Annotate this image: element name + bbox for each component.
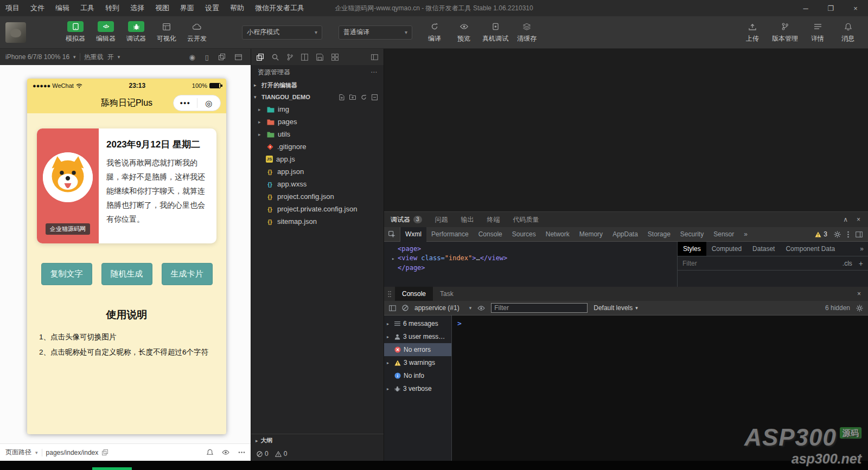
extensions-icon[interactable] <box>331 54 339 61</box>
more-dots-icon[interactable]: ●●● <box>174 100 197 106</box>
source-control-icon[interactable] <box>287 54 293 61</box>
notify-icon[interactable] <box>207 449 213 456</box>
cloud-dev-button[interactable]: 云开发 <box>183 21 210 43</box>
tabs-overflow-icon[interactable]: » <box>860 245 868 253</box>
errors-count[interactable]: 0 <box>257 450 269 458</box>
tree-item-app-js[interactable]: JS app.js <box>251 153 384 165</box>
menu-devtools[interactable]: 微信开发者工具 <box>250 0 310 16</box>
close-panel-icon[interactable]: × <box>857 216 860 223</box>
tab-dataset[interactable]: Dataset <box>747 242 780 256</box>
sidebar-item-user-messages[interactable]: ▸ 3 user mess… <box>384 330 451 343</box>
console-settings-icon[interactable] <box>856 305 863 312</box>
tree-item-project-private-config[interactable]: {} project.private.config.json <box>251 203 384 215</box>
device-select[interactable]: iPhone 6/7/8 100% 16 <box>5 53 69 61</box>
project-root-section[interactable]: ▾ TIANGOU_DEMO <box>251 91 384 103</box>
compile-button[interactable]: 编译 <box>421 21 448 43</box>
sidebar-item-warnings[interactable]: ▸ 3 warnings <box>384 356 451 369</box>
sidebar-item-info[interactable]: No info <box>384 369 451 382</box>
close-icon[interactable]: × <box>843 0 868 16</box>
tab-output[interactable]: 输出 <box>455 212 481 227</box>
drag-handle-icon[interactable] <box>384 291 395 298</box>
devtools-tab-sources[interactable]: Sources <box>507 227 541 242</box>
menu-interface[interactable]: 界面 <box>175 0 200 16</box>
menu-edit[interactable]: 编辑 <box>50 0 75 16</box>
menu-settings[interactable]: 设置 <box>200 0 225 16</box>
expander-icon[interactable]: ▸ <box>392 254 398 263</box>
tab-console[interactable]: Console <box>395 287 433 301</box>
editor-layout-icon[interactable] <box>301 54 308 61</box>
styles-filter-input[interactable]: Filter <box>682 260 697 267</box>
refresh-icon[interactable] <box>361 94 367 100</box>
visualizer-toggle-button[interactable]: 可视化 <box>153 21 180 43</box>
editor-empty-area[interactable] <box>384 49 868 211</box>
more-icon[interactable]: ⋯ <box>371 68 377 76</box>
tab-problems[interactable]: 问题 <box>429 212 455 227</box>
console-output[interactable]: > <box>452 316 868 461</box>
log-levels-select[interactable]: Default levels ▾ <box>593 304 638 312</box>
clear-console-icon[interactable] <box>402 305 409 311</box>
sidebar-item-messages[interactable]: ▸ 6 messages <box>384 317 451 330</box>
menu-project[interactable]: 项目 <box>0 0 25 16</box>
devtools-tab-appdata[interactable]: AppData <box>608 227 643 242</box>
maximize-icon[interactable]: ❐ <box>818 0 843 16</box>
devtools-settings-icon[interactable] <box>834 231 841 238</box>
kebab-menu-icon[interactable] <box>847 231 849 238</box>
dom-tree[interactable]: <page> ▸<view class="index">…</view> </p… <box>384 242 677 287</box>
sidebar-toggle-icon[interactable] <box>389 305 396 311</box>
dom-node-view[interactable]: ▸<view class="index">…</view> <box>392 254 677 263</box>
tab-debugger[interactable]: 调试器 3 <box>384 212 429 227</box>
user-avatar[interactable] <box>5 22 26 43</box>
debugger-toggle-button[interactable]: 调试器 <box>123 21 150 43</box>
context-select[interactable]: appservice (#1) ▾ <box>414 304 471 312</box>
dog-avatar[interactable] <box>43 152 93 202</box>
record-icon[interactable]: ◉ <box>189 53 195 61</box>
menu-file[interactable]: 文件 <box>25 0 50 16</box>
mode-select[interactable]: 小程序模式 ▾ <box>242 25 322 40</box>
devtools-tab-security[interactable]: Security <box>675 227 709 242</box>
console-filter-input[interactable] <box>491 303 588 313</box>
toggle-class-button[interactable]: .cls <box>843 260 852 267</box>
devtools-tab-console[interactable]: Console <box>474 227 507 242</box>
tree-item-app-wxss[interactable]: {} app.wxss <box>251 178 384 190</box>
devtools-tab-performance[interactable]: Performance <box>426 227 474 242</box>
close-console-icon[interactable]: × <box>857 290 868 298</box>
sidebar-item-verbose[interactable]: ▸ 3 verbose <box>384 382 451 395</box>
device-frame-icon[interactable]: ▯ <box>205 53 209 61</box>
copy-icon[interactable] <box>102 449 108 455</box>
devtools-tab-storage[interactable]: Storage <box>643 227 675 242</box>
tab-task[interactable]: Task <box>433 287 461 301</box>
capsule-button[interactable]: ●●● ◎ <box>173 95 221 111</box>
tab-component-data[interactable]: Component Data <box>780 242 840 256</box>
compile-mode-select[interactable]: 普通编译 ▾ <box>339 25 412 40</box>
open-editors-section[interactable]: ▸ 打开的编辑器 <box>251 79 384 91</box>
collapse-panel-icon[interactable]: ∧ <box>843 216 848 223</box>
more-icon[interactable] <box>238 452 245 453</box>
tab-terminal[interactable]: 终端 <box>481 212 507 227</box>
menu-view[interactable]: 视图 <box>150 0 175 16</box>
tree-item-sitemap[interactable]: {} sitemap.json <box>251 215 384 228</box>
random-generate-button[interactable]: 随机生成 <box>101 263 152 285</box>
messages-button[interactable]: 消息 <box>834 21 861 43</box>
tab-code-quality[interactable]: 代码质量 <box>507 212 546 227</box>
menu-help[interactable]: 帮助 <box>225 0 250 16</box>
minimize-icon[interactable]: ─ <box>793 0 818 16</box>
tabs-overflow-icon[interactable]: » <box>739 227 752 242</box>
generate-card-button[interactable]: 生成卡片 <box>162 263 213 285</box>
inspect-element-icon[interactable] <box>384 227 400 241</box>
copy-text-button[interactable]: 复制文字 <box>41 263 92 285</box>
preview-button[interactable]: 预览 <box>450 21 477 43</box>
tree-item-app-json[interactable]: {} app.json <box>251 165 384 178</box>
outline-section[interactable]: ▸ 大纲 <box>251 434 384 447</box>
simulator-toggle-button[interactable]: 模拟器 <box>62 21 89 43</box>
menu-select[interactable]: 选择 <box>125 0 150 16</box>
tab-computed[interactable]: Computed <box>706 242 747 256</box>
screenshot-icon[interactable] <box>219 54 225 60</box>
dock-side-icon[interactable] <box>856 231 863 237</box>
save-all-icon[interactable] <box>316 54 323 61</box>
version-control-button[interactable]: 版本管理 <box>769 21 801 43</box>
close-capsule-icon[interactable]: ◎ <box>197 99 221 107</box>
remote-debug-button[interactable]: 真机调试 <box>480 21 511 43</box>
upload-button[interactable]: 上传 <box>739 21 766 43</box>
details-button[interactable]: 详情 <box>804 21 831 43</box>
devtools-tab-network[interactable]: Network <box>541 227 575 242</box>
